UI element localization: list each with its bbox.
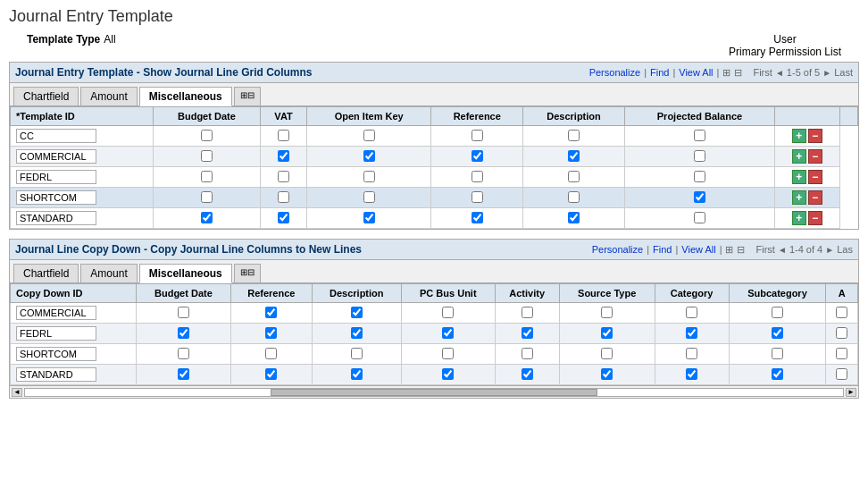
- tab-miscellaneous[interactable]: Miscellaneous: [139, 87, 232, 106]
- copy-down-id-input[interactable]: [16, 347, 96, 361]
- horizontal-scrollbar[interactable]: ◄ ►: [10, 385, 858, 398]
- section1-find-link[interactable]: Find: [650, 67, 669, 78]
- remove-row-button[interactable]: −: [808, 170, 822, 184]
- checkbox-reference[interactable]: [472, 171, 483, 182]
- scroll-right-arrow[interactable]: ►: [846, 388, 856, 397]
- checkbox-projected_balance[interactable]: [694, 171, 705, 182]
- checkbox-open_item_key[interactable]: [363, 212, 375, 223]
- checkbox2-a[interactable]: [836, 368, 847, 380]
- checkbox-vat[interactable]: [278, 171, 289, 182]
- remove-row-button[interactable]: −: [808, 211, 822, 225]
- checkbox-budget_date[interactable]: [201, 191, 213, 203]
- checkbox-projected_balance[interactable]: [694, 130, 705, 141]
- checkbox2-a[interactable]: [836, 307, 847, 318]
- checkbox2-reference[interactable]: [265, 327, 277, 339]
- checkbox-projected_balance[interactable]: [694, 150, 705, 162]
- checkbox2-budget_date[interactable]: [178, 327, 189, 339]
- checkbox2-subcategory[interactable]: [772, 307, 783, 318]
- section2-pagination-first[interactable]: First: [755, 244, 774, 255]
- section2-tab-amount[interactable]: Amount: [80, 264, 137, 282]
- add-row-button[interactable]: +: [792, 129, 806, 143]
- copy-down-id-input[interactable]: [16, 306, 96, 320]
- tab-amount[interactable]: Amount: [80, 87, 137, 105]
- checkbox-description[interactable]: [568, 191, 580, 203]
- checkbox2-reference[interactable]: [265, 307, 277, 318]
- checkbox2-description[interactable]: [351, 327, 363, 339]
- checkbox-open_item_key[interactable]: [363, 150, 375, 162]
- checkbox-budget_date[interactable]: [201, 150, 213, 162]
- section1-viewall-link[interactable]: View All: [679, 67, 713, 78]
- checkbox-projected_balance[interactable]: [694, 191, 705, 203]
- copy-down-id-input[interactable]: [16, 326, 96, 341]
- checkbox2-activity[interactable]: [522, 327, 533, 339]
- section1-nav-right[interactable]: ►: [822, 68, 831, 78]
- checkbox2-description[interactable]: [351, 368, 363, 380]
- checkbox-description[interactable]: [568, 171, 580, 182]
- section1-nav-left[interactable]: ◄: [775, 68, 784, 78]
- tab-more-icon[interactable]: ⊞⊟: [234, 87, 261, 105]
- section2-tab-miscellaneous[interactable]: Miscellaneous: [139, 264, 232, 283]
- checkbox2-a[interactable]: [836, 327, 847, 339]
- checkbox2-activity[interactable]: [522, 368, 533, 380]
- template-id-input[interactable]: [16, 211, 96, 225]
- section2-viewall-link[interactable]: View All: [681, 244, 715, 255]
- section1-last[interactable]: Last: [834, 67, 853, 78]
- checkbox-vat[interactable]: [278, 150, 289, 162]
- scrollbar-thumb[interactable]: [271, 389, 597, 396]
- section2-nav-right[interactable]: ►: [825, 245, 834, 255]
- section2-tab-more-icon[interactable]: ⊞⊟: [234, 264, 261, 282]
- checkbox-budget_date[interactable]: [201, 212, 213, 223]
- checkbox2-description[interactable]: [351, 348, 363, 359]
- checkbox2-reference[interactable]: [265, 348, 277, 359]
- checkbox-reference[interactable]: [472, 150, 483, 162]
- remove-row-button[interactable]: −: [808, 190, 822, 205]
- checkbox-vat[interactable]: [278, 130, 289, 141]
- checkbox2-subcategory[interactable]: [772, 327, 783, 339]
- section2-personalize-link[interactable]: Personalize: [592, 244, 643, 255]
- checkbox2-activity[interactable]: [522, 348, 533, 359]
- checkbox2-reference[interactable]: [265, 368, 277, 380]
- checkbox2-category[interactable]: [686, 327, 697, 339]
- remove-row-button[interactable]: −: [808, 129, 822, 143]
- section2-last[interactable]: Las: [837, 244, 853, 255]
- section2-tab-chartfield[interactable]: Chartfield: [13, 264, 79, 282]
- checkbox2-description[interactable]: [351, 307, 363, 318]
- checkbox2-budget_date[interactable]: [178, 368, 189, 380]
- add-row-button[interactable]: +: [792, 211, 806, 225]
- checkbox2-activity[interactable]: [522, 307, 533, 318]
- add-row-button[interactable]: +: [792, 149, 806, 164]
- checkbox-description[interactable]: [568, 150, 580, 162]
- checkbox2-subcategory[interactable]: [772, 368, 783, 380]
- copy-down-id-input[interactable]: [16, 367, 96, 382]
- checkbox-open_item_key[interactable]: [363, 171, 375, 182]
- template-id-input[interactable]: [16, 190, 96, 205]
- checkbox-reference[interactable]: [472, 130, 483, 141]
- checkbox2-source_type[interactable]: [601, 348, 613, 359]
- scroll-left-arrow[interactable]: ◄: [12, 388, 22, 397]
- checkbox-open_item_key[interactable]: [363, 191, 375, 203]
- checkbox2-pc_bus_unit[interactable]: [442, 327, 454, 339]
- section1-personalize-link[interactable]: Personalize: [589, 67, 640, 78]
- template-id-input[interactable]: [16, 170, 96, 184]
- checkbox2-category[interactable]: [686, 368, 697, 380]
- checkbox-reference[interactable]: [472, 212, 483, 223]
- checkbox-budget_date[interactable]: [201, 171, 213, 182]
- checkbox2-subcategory[interactable]: [772, 348, 783, 359]
- checkbox2-category[interactable]: [686, 348, 697, 359]
- template-id-input[interactable]: [16, 129, 96, 143]
- checkbox-vat[interactable]: [278, 212, 289, 223]
- checkbox2-pc_bus_unit[interactable]: [442, 348, 454, 359]
- checkbox-open_item_key[interactable]: [363, 130, 375, 141]
- section2-find-link[interactable]: Find: [653, 244, 672, 255]
- checkbox2-pc_bus_unit[interactable]: [442, 307, 454, 318]
- section1-pagination-first[interactable]: First: [753, 67, 772, 78]
- section2-nav-left[interactable]: ◄: [778, 245, 787, 255]
- checkbox-projected_balance[interactable]: [694, 212, 705, 223]
- checkbox-description[interactable]: [568, 212, 580, 223]
- tab-chartfield[interactable]: Chartfield: [13, 87, 79, 105]
- checkbox2-category[interactable]: [686, 307, 697, 318]
- template-id-input[interactable]: [16, 149, 96, 164]
- checkbox-description[interactable]: [568, 130, 580, 141]
- checkbox2-source_type[interactable]: [601, 327, 613, 339]
- checkbox2-budget_date[interactable]: [178, 348, 189, 359]
